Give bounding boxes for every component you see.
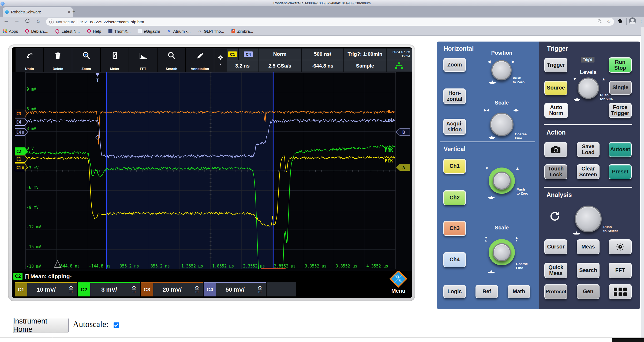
url-text[interactable]: 192.168.229.22/screencam_sfp.htm bbox=[80, 20, 592, 24]
channel-block-c2[interactable]: C23 mV/Ω1:1 bbox=[78, 282, 140, 296]
browser-menu-icon[interactable]: ⋮ bbox=[639, 18, 643, 24]
scope-toolbar-meter-button[interactable]: Meter bbox=[101, 48, 129, 72]
status-horizontal-position[interactable]: -644.8 ns bbox=[301, 60, 344, 72]
bookmark-item[interactable]: GGLPI Tho... bbox=[197, 29, 224, 34]
scope-toolbar-annotation-button[interactable]: Annotation bbox=[186, 48, 214, 72]
intensity-button[interactable] bbox=[609, 239, 632, 254]
bookmark-item[interactable]: eGiga2m bbox=[138, 29, 160, 34]
channel-block-c1[interactable]: C110 mV/Ω1:1 bbox=[15, 282, 77, 296]
trigger-button[interactable]: Trigger bbox=[544, 58, 567, 72]
bookmark-item[interactable]: Apps bbox=[3, 29, 18, 34]
bookmark-item[interactable]: ThomX... bbox=[108, 29, 131, 34]
scope-menu-button[interactable]: R S Menu bbox=[385, 271, 412, 297]
scope-toolbar-search-button[interactable]: Search bbox=[158, 48, 186, 72]
horizontal-button[interactable]: Hori- zontal bbox=[443, 88, 466, 104]
home-icon[interactable]: ⌂ bbox=[34, 18, 42, 24]
scope-toolbar-delete-button[interactable]: Delete bbox=[44, 48, 72, 72]
quick-meas-button[interactable]: Quick Meas bbox=[544, 263, 567, 278]
search-button[interactable]: Search bbox=[577, 263, 600, 278]
page-info-icon[interactable]: i bbox=[49, 20, 54, 24]
tab-close-icon[interactable]: ✕ bbox=[67, 10, 71, 14]
scope-toolbar-undo-button[interactable]: Undo bbox=[16, 48, 44, 72]
zoom-page-icon[interactable] bbox=[597, 19, 602, 25]
trigger-levels-knob[interactable] bbox=[578, 77, 599, 99]
bookmark-star-icon[interactable]: ☆ bbox=[607, 19, 611, 25]
bookmark-label: ThomX... bbox=[114, 29, 131, 34]
bookmark-item[interactable]: ✕Atrium -... bbox=[167, 29, 190, 34]
status-c4-badge[interactable]: C4 bbox=[238, 48, 258, 60]
status-timebase[interactable]: 500 ns/ bbox=[301, 48, 344, 60]
bookmark-item[interactable]: Help bbox=[87, 29, 101, 34]
auto-norm-button[interactable]: Auto Norm bbox=[544, 103, 568, 118]
ch2-button[interactable]: Ch2 bbox=[443, 190, 466, 205]
channel-block-c3[interactable]: C320 mV/Ω1:1 bbox=[141, 282, 203, 296]
status-network-icon[interactable] bbox=[386, 60, 412, 72]
ch3-button[interactable]: Ch3 bbox=[443, 221, 466, 236]
channel-block-c4[interactable]: C450 mV/Ω1:1 bbox=[204, 282, 266, 296]
forward-icon[interactable]: → bbox=[13, 18, 21, 24]
scope-toolbar-zoom-button[interactable]: Zoom bbox=[72, 48, 101, 72]
save-load-button[interactable]: Save Load bbox=[577, 142, 600, 157]
profile-avatar[interactable] bbox=[629, 17, 636, 24]
trigger-source-button[interactable]: Source bbox=[544, 81, 567, 95]
measurement-row[interactable]: C2 [] Mean: clipping- bbox=[13, 272, 72, 281]
bookmark-item[interactable]: ZZimbra... bbox=[231, 29, 253, 34]
horizontal-position-knob[interactable] bbox=[491, 60, 512, 80]
ch4-button[interactable]: Ch4 bbox=[443, 252, 466, 267]
protocol-button[interactable]: Protocol bbox=[544, 284, 567, 299]
acquisition-button[interactable]: Acqui- sition bbox=[443, 119, 466, 135]
reload-icon[interactable] bbox=[25, 18, 30, 25]
math-button[interactable]: Math bbox=[508, 285, 530, 298]
page-scrollbar[interactable] bbox=[641, 27, 644, 338]
autoset-button[interactable]: Autoset bbox=[609, 142, 632, 157]
bookmark-item[interactable]: Debian.... bbox=[25, 29, 48, 34]
status-acquire-type[interactable]: Sample bbox=[344, 60, 386, 72]
new-tab-button[interactable]: + bbox=[72, 9, 76, 15]
channel-block-empty bbox=[267, 282, 296, 296]
instrument-home-button[interactable]: Instrument Home bbox=[13, 318, 69, 333]
autoscale-checkbox[interactable] bbox=[114, 322, 119, 328]
position-up-icon: ▲ bbox=[515, 166, 519, 170]
touch-lock-button[interactable]: Touch Lock bbox=[544, 164, 567, 179]
horizontal-scale-knob[interactable] bbox=[490, 113, 514, 136]
meas-button[interactable]: Meas bbox=[577, 239, 600, 254]
ch1-button[interactable]: Ch1 bbox=[443, 159, 466, 174]
vertical-position-knob[interactable] bbox=[493, 172, 511, 190]
status-c1-badge[interactable]: C1 bbox=[227, 48, 238, 60]
gnome-extension-icon[interactable] bbox=[617, 18, 623, 24]
zoom-button[interactable]: Zoom bbox=[443, 58, 466, 72]
ref-button[interactable]: Ref bbox=[475, 285, 498, 298]
channel-marker-label: C2 bbox=[16, 149, 21, 154]
vertical-scale-knob[interactable] bbox=[493, 243, 511, 261]
apps-grid-button[interactable] bbox=[609, 284, 632, 299]
analysis-navigation-knob[interactable] bbox=[575, 206, 602, 232]
address-bar[interactable]: i Not secure 192.168.229.22/screencam_sf… bbox=[46, 18, 614, 26]
clear-screen-button[interactable]: Clear Screen bbox=[577, 164, 600, 179]
fft-button[interactable]: FFT bbox=[609, 263, 632, 278]
bookmark-item[interactable]: Latest N... bbox=[55, 29, 80, 34]
channel-tab: C1 bbox=[15, 283, 27, 296]
preset-button[interactable]: Preset bbox=[609, 164, 632, 179]
waveform-display[interactable]: 9 mV6 mV3 mV0 V-3 mV-6 mV-9 mV-12 mV-15 … bbox=[12, 72, 412, 271]
search-icon bbox=[167, 51, 176, 61]
status-trigger-info[interactable]: Trig?: 1:00min bbox=[344, 48, 386, 60]
grid-dot bbox=[619, 292, 622, 296]
scope-settings-button[interactable]: ▼ bbox=[214, 48, 227, 72]
run-stop-button[interactable]: Run Stop bbox=[609, 57, 632, 73]
status-sample-rate[interactable]: 2.5 GSa/s bbox=[258, 60, 301, 72]
logic-button[interactable]: Logic bbox=[443, 285, 466, 298]
browser-tab[interactable]: Rohde&Schwarz ✕ bbox=[3, 7, 73, 17]
channel-marker-label: C4 bbox=[16, 130, 21, 135]
cursor-button[interactable]: Cursor bbox=[544, 239, 567, 254]
status-acquisition-mode[interactable]: Norm bbox=[258, 48, 301, 60]
camera-button[interactable] bbox=[544, 142, 567, 157]
rotate-right-icon: ▶ bbox=[512, 60, 515, 64]
section-title-vertical: Vertical bbox=[444, 146, 466, 153]
back-icon[interactable]: ← bbox=[2, 18, 10, 24]
status-datetime[interactable]: 2024-07-2512:24 bbox=[386, 48, 412, 60]
force-trigger-button[interactable]: Force Trigger bbox=[609, 103, 632, 118]
single-button[interactable]: Single bbox=[609, 81, 632, 95]
status-resolution[interactable]: 3.2 ns bbox=[227, 60, 258, 72]
scope-toolbar-fft-button[interactable]: FFT bbox=[129, 48, 158, 72]
gen-button[interactable]: Gen bbox=[577, 284, 600, 299]
